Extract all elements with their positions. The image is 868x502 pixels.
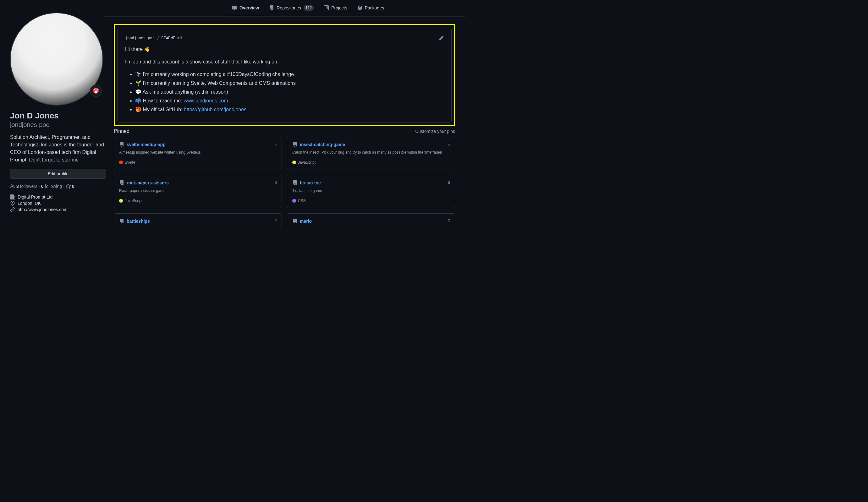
pinned-card: battleships⠿ [114, 213, 282, 229]
pinned-lang: JavaScript [292, 160, 450, 165]
pinned-card: rock-papers-sissors⠿Rock, paper, scissor… [114, 175, 282, 208]
pinned-desc: Tic, tac, toe game [292, 188, 450, 194]
repo-icon [119, 142, 124, 147]
pinned-repo-link[interactable]: battleships [127, 219, 150, 224]
customize-pins-link[interactable]: Customize your pins [415, 129, 455, 134]
edit-profile-button[interactable]: Edit profile [10, 169, 106, 179]
grabber-icon[interactable]: ⠿ [447, 219, 450, 223]
pencil-icon[interactable] [439, 35, 444, 41]
readme-box: jondjones-poc / README.md Hi there 👋 I'm… [117, 28, 452, 123]
pinned-repo-link[interactable]: rock-papers-sissors [127, 180, 169, 185]
tab-repositories[interactable]: Repositories 112 [264, 0, 319, 16]
link-icon [10, 207, 15, 212]
pinned-card: mario⠿ [287, 213, 455, 229]
status-badge[interactable]: 🎯 [90, 85, 102, 97]
repo-icon [119, 180, 124, 185]
avatar[interactable] [10, 12, 103, 106]
repo-icon [292, 142, 297, 147]
pinned-heading: Pinned [114, 128, 130, 134]
pinned-card: tic-tac-toe⠿Tic, tac, toe gameCSS [287, 175, 455, 208]
pinned-desc: Rock, paper, scissors game [119, 188, 277, 194]
stars-count[interactable]: 0 [72, 184, 74, 189]
profile-tabs: Overview Repositories 112 Projects Packa… [104, 0, 465, 17]
followers-link[interactable]: 3 followers [16, 184, 38, 189]
detail-website[interactable]: http://www.jondjones.com [10, 206, 106, 213]
pinned-grid: svelte-meetup-app⠿A meetup inspired webs… [114, 137, 455, 229]
pinned-repo-link[interactable]: insect-catching-game [300, 142, 345, 147]
grabber-icon[interactable]: ⠿ [275, 219, 277, 223]
detail-location: London, UK [10, 200, 106, 206]
lang-dot [292, 160, 296, 164]
project-icon [324, 6, 329, 10]
pinned-lang: JavaScript [119, 199, 277, 203]
lang-dot [119, 160, 123, 164]
readme-item-ask: 💬 Ask me about anything (within reason) [135, 88, 444, 96]
location-icon [10, 201, 15, 206]
reach-link[interactable]: www.jondjones.com [184, 98, 228, 103]
following-link[interactable]: 0 following [41, 184, 62, 189]
profile-name: Jon D Jones [10, 111, 106, 121]
detail-company: Digital Prompt Ltd [10, 194, 106, 200]
pinned-lang: Svelte [119, 160, 277, 165]
profile-username: jondjones-poc [10, 121, 106, 128]
pinned-repo-link[interactable]: svelte-meetup-app [127, 142, 166, 147]
repo-icon [269, 6, 274, 10]
readme-item-reach: 📫 How to reach me: www.jondjones.com [135, 97, 444, 105]
pinned-repo-link[interactable]: tic-tac-toe [300, 180, 321, 185]
readme-item-github: 🎁 My offical GitHub: https://github.com/… [135, 106, 444, 113]
profile-bio: Solution Architect, Programmer, and Tech… [10, 134, 106, 164]
building-icon [10, 195, 15, 199]
pinned-lang: CSS [292, 199, 450, 203]
pinned-desc: A meetup inspired website written using … [119, 149, 277, 155]
tab-overview[interactable]: Overview [227, 0, 264, 16]
pinned-card: svelte-meetup-app⠿A meetup inspired webs… [114, 137, 282, 170]
pinned-desc: Catch the insect! Pick your bug and try … [292, 149, 450, 155]
repo-icon [292, 219, 297, 224]
grabber-icon[interactable]: ⠿ [447, 142, 450, 147]
readme-path[interactable]: jondjones-poc / README.md [125, 36, 182, 40]
package-icon [357, 6, 362, 10]
grabber-icon[interactable]: ⠿ [275, 181, 277, 185]
readme-item-working: 🔭 I'm currently working on completing a … [135, 71, 444, 78]
readme-item-learning: 🌱 I'm currently learning Svelte, Web Com… [135, 80, 444, 87]
book-icon [232, 6, 237, 10]
grabber-icon[interactable]: ⠿ [447, 181, 450, 185]
lang-dot [292, 199, 296, 202]
repo-icon [119, 219, 124, 224]
repo-count: 112 [303, 5, 314, 11]
github-link[interactable]: https://github.com/jondjones [184, 107, 246, 112]
readme-intro: I'm Jon and this account is a show case … [125, 58, 444, 66]
readme-greeting: Hi there 👋 [125, 45, 444, 53]
lang-dot [119, 199, 123, 202]
status-emoji: 🎯 [92, 87, 99, 94]
repo-icon [292, 180, 297, 185]
tab-projects[interactable]: Projects [319, 0, 352, 16]
pinned-card: insect-catching-game⠿Catch the insect! P… [287, 137, 455, 170]
people-icon [10, 184, 15, 189]
follow-stats: 3 followers · 0 following · 0 [10, 184, 106, 189]
avatar-container: 🎯 [10, 12, 103, 106]
grabber-icon[interactable]: ⠿ [275, 142, 277, 147]
tab-packages[interactable]: Packages [352, 0, 389, 16]
readme-content: Hi there 👋 I'm Jon and this account is a… [125, 45, 444, 113]
pinned-repo-link[interactable]: mario [300, 219, 312, 224]
readme-highlight: jondjones-poc / README.md Hi there 👋 I'm… [114, 24, 455, 126]
star-icon [66, 184, 71, 189]
